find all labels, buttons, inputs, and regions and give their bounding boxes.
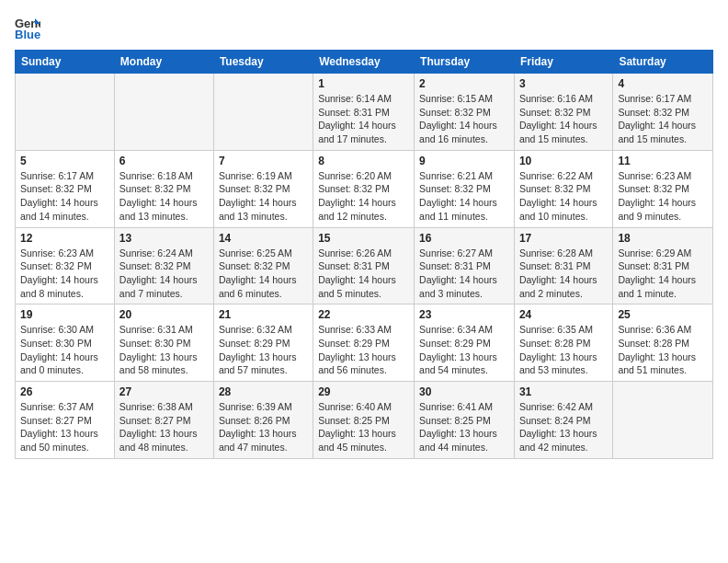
day-number: 20 bbox=[119, 308, 209, 321]
day-number: 21 bbox=[219, 308, 308, 321]
day-number: 26 bbox=[20, 385, 109, 398]
day-number: 2 bbox=[419, 77, 509, 90]
day-detail: Sunrise: 6:42 AM Sunset: 8:24 PM Dayligh… bbox=[519, 400, 608, 454]
day-detail: Sunrise: 6:23 AM Sunset: 8:32 PM Dayligh… bbox=[618, 169, 708, 224]
day-number: 18 bbox=[618, 232, 708, 245]
day-number: 27 bbox=[119, 385, 209, 398]
day-28: 28Sunrise: 6:39 AM Sunset: 8:26 PM Dayli… bbox=[213, 382, 313, 459]
logo: General Blue bbox=[15, 15, 44, 40]
day-detail: Sunrise: 6:37 AM Sunset: 8:27 PM Dayligh… bbox=[20, 400, 109, 454]
empty-cell bbox=[213, 74, 313, 151]
empty-cell bbox=[16, 74, 115, 151]
day-19: 19Sunrise: 6:30 AM Sunset: 8:30 PM Dayli… bbox=[16, 304, 115, 382]
day-detail: Sunrise: 6:22 AM Sunset: 8:32 PM Dayligh… bbox=[519, 169, 608, 224]
day-18: 18Sunrise: 6:29 AM Sunset: 8:31 PM Dayli… bbox=[613, 227, 713, 304]
day-13: 13Sunrise: 6:24 AM Sunset: 8:32 PM Dayli… bbox=[114, 227, 213, 304]
day-25: 25Sunrise: 6:36 AM Sunset: 8:28 PM Dayli… bbox=[613, 304, 713, 382]
day-21: 21Sunrise: 6:32 AM Sunset: 8:29 PM Dayli… bbox=[213, 304, 313, 382]
day-14: 14Sunrise: 6:25 AM Sunset: 8:32 PM Dayli… bbox=[213, 227, 313, 304]
day-23: 23Sunrise: 6:34 AM Sunset: 8:29 PM Dayli… bbox=[415, 304, 515, 382]
weekday-saturday: Saturday bbox=[613, 51, 713, 74]
day-5: 5Sunrise: 6:17 AM Sunset: 8:32 PM Daylig… bbox=[16, 150, 115, 227]
day-detail: Sunrise: 6:18 AM Sunset: 8:32 PM Dayligh… bbox=[119, 169, 209, 224]
empty-cell bbox=[613, 382, 713, 459]
calendar-header: SundayMondayTuesdayWednesdayThursdayFrid… bbox=[16, 51, 713, 74]
day-number: 10 bbox=[519, 155, 608, 167]
day-31: 31Sunrise: 6:42 AM Sunset: 8:24 PM Dayli… bbox=[514, 382, 612, 459]
day-number: 1 bbox=[318, 77, 409, 90]
day-detail: Sunrise: 6:36 AM Sunset: 8:28 PM Dayligh… bbox=[618, 323, 708, 377]
day-detail: Sunrise: 6:25 AM Sunset: 8:32 PM Dayligh… bbox=[219, 247, 308, 301]
day-15: 15Sunrise: 6:26 AM Sunset: 8:31 PM Dayli… bbox=[313, 227, 415, 304]
weekday-wednesday: Wednesday bbox=[313, 51, 415, 74]
empty-cell bbox=[114, 74, 213, 151]
day-4: 4Sunrise: 6:17 AM Sunset: 8:32 PM Daylig… bbox=[613, 74, 713, 151]
day-number: 23 bbox=[419, 308, 509, 321]
day-detail: Sunrise: 6:17 AM Sunset: 8:32 PM Dayligh… bbox=[20, 169, 109, 224]
calendar-table: SundayMondayTuesdayWednesdayThursdayFrid… bbox=[15, 50, 713, 459]
day-detail: Sunrise: 6:29 AM Sunset: 8:31 PM Dayligh… bbox=[618, 247, 708, 301]
day-detail: Sunrise: 6:21 AM Sunset: 8:32 PM Dayligh… bbox=[419, 169, 509, 224]
day-detail: Sunrise: 6:15 AM Sunset: 8:32 PM Dayligh… bbox=[419, 92, 509, 146]
day-7: 7Sunrise: 6:19 AM Sunset: 8:32 PM Daylig… bbox=[213, 150, 313, 227]
day-detail: Sunrise: 6:16 AM Sunset: 8:32 PM Dayligh… bbox=[519, 92, 608, 146]
day-detail: Sunrise: 6:35 AM Sunset: 8:28 PM Dayligh… bbox=[519, 323, 608, 377]
day-detail: Sunrise: 6:41 AM Sunset: 8:25 PM Dayligh… bbox=[419, 400, 509, 454]
day-number: 28 bbox=[219, 385, 308, 398]
day-number: 12 bbox=[20, 232, 109, 245]
day-detail: Sunrise: 6:14 AM Sunset: 8:31 PM Dayligh… bbox=[318, 92, 409, 146]
day-number: 11 bbox=[618, 155, 708, 167]
weekday-monday: Monday bbox=[114, 51, 213, 74]
weekday-friday: Friday bbox=[514, 51, 612, 74]
day-number: 9 bbox=[419, 155, 509, 167]
day-detail: Sunrise: 6:40 AM Sunset: 8:25 PM Dayligh… bbox=[318, 400, 409, 454]
day-detail: Sunrise: 6:23 AM Sunset: 8:32 PM Dayligh… bbox=[20, 247, 109, 301]
day-12: 12Sunrise: 6:23 AM Sunset: 8:32 PM Dayli… bbox=[16, 227, 115, 304]
day-detail: Sunrise: 6:38 AM Sunset: 8:27 PM Dayligh… bbox=[119, 400, 209, 454]
day-detail: Sunrise: 6:26 AM Sunset: 8:31 PM Dayligh… bbox=[318, 247, 409, 301]
day-number: 15 bbox=[318, 232, 409, 245]
day-detail: Sunrise: 6:32 AM Sunset: 8:29 PM Dayligh… bbox=[219, 323, 308, 377]
day-number: 31 bbox=[519, 385, 608, 398]
day-3: 3Sunrise: 6:16 AM Sunset: 8:32 PM Daylig… bbox=[514, 74, 612, 151]
day-number: 8 bbox=[318, 155, 409, 167]
weekday-tuesday: Tuesday bbox=[213, 51, 313, 74]
day-9: 9Sunrise: 6:21 AM Sunset: 8:32 PM Daylig… bbox=[415, 150, 515, 227]
day-number: 29 bbox=[318, 385, 409, 398]
day-number: 17 bbox=[519, 232, 608, 245]
day-number: 16 bbox=[419, 232, 509, 245]
day-number: 13 bbox=[119, 232, 209, 245]
day-detail: Sunrise: 6:24 AM Sunset: 8:32 PM Dayligh… bbox=[119, 247, 209, 301]
day-detail: Sunrise: 6:30 AM Sunset: 8:30 PM Dayligh… bbox=[20, 323, 109, 377]
day-number: 24 bbox=[519, 308, 608, 321]
day-detail: Sunrise: 6:19 AM Sunset: 8:32 PM Dayligh… bbox=[219, 169, 308, 224]
day-detail: Sunrise: 6:27 AM Sunset: 8:31 PM Dayligh… bbox=[419, 247, 509, 301]
day-22: 22Sunrise: 6:33 AM Sunset: 8:29 PM Dayli… bbox=[313, 304, 415, 382]
day-10: 10Sunrise: 6:22 AM Sunset: 8:32 PM Dayli… bbox=[514, 150, 612, 227]
day-detail: Sunrise: 6:33 AM Sunset: 8:29 PM Dayligh… bbox=[318, 323, 409, 377]
day-number: 5 bbox=[20, 155, 109, 167]
svg-text:Blue: Blue bbox=[15, 28, 40, 40]
day-8: 8Sunrise: 6:20 AM Sunset: 8:32 PM Daylig… bbox=[313, 150, 415, 227]
day-16: 16Sunrise: 6:27 AM Sunset: 8:31 PM Dayli… bbox=[415, 227, 515, 304]
day-detail: Sunrise: 6:28 AM Sunset: 8:31 PM Dayligh… bbox=[519, 247, 608, 301]
day-17: 17Sunrise: 6:28 AM Sunset: 8:31 PM Dayli… bbox=[514, 227, 612, 304]
weekday-thursday: Thursday bbox=[415, 51, 515, 74]
logo-icon: General Blue bbox=[15, 15, 40, 40]
day-detail: Sunrise: 6:34 AM Sunset: 8:29 PM Dayligh… bbox=[419, 323, 509, 377]
day-1: 1Sunrise: 6:14 AM Sunset: 8:31 PM Daylig… bbox=[313, 74, 415, 151]
day-11: 11Sunrise: 6:23 AM Sunset: 8:32 PM Dayli… bbox=[613, 150, 713, 227]
day-26: 26Sunrise: 6:37 AM Sunset: 8:27 PM Dayli… bbox=[16, 382, 115, 459]
day-6: 6Sunrise: 6:18 AM Sunset: 8:32 PM Daylig… bbox=[114, 150, 213, 227]
day-detail: Sunrise: 6:31 AM Sunset: 8:30 PM Dayligh… bbox=[119, 323, 209, 377]
day-24: 24Sunrise: 6:35 AM Sunset: 8:28 PM Dayli… bbox=[514, 304, 612, 382]
day-number: 3 bbox=[519, 77, 608, 90]
day-number: 7 bbox=[219, 155, 308, 167]
day-detail: Sunrise: 6:17 AM Sunset: 8:32 PM Dayligh… bbox=[618, 92, 708, 146]
day-number: 25 bbox=[618, 308, 708, 321]
day-30: 30Sunrise: 6:41 AM Sunset: 8:25 PM Dayli… bbox=[415, 382, 515, 459]
day-29: 29Sunrise: 6:40 AM Sunset: 8:25 PM Dayli… bbox=[313, 382, 415, 459]
day-number: 22 bbox=[318, 308, 409, 321]
day-27: 27Sunrise: 6:38 AM Sunset: 8:27 PM Dayli… bbox=[114, 382, 213, 459]
day-number: 19 bbox=[20, 308, 109, 321]
